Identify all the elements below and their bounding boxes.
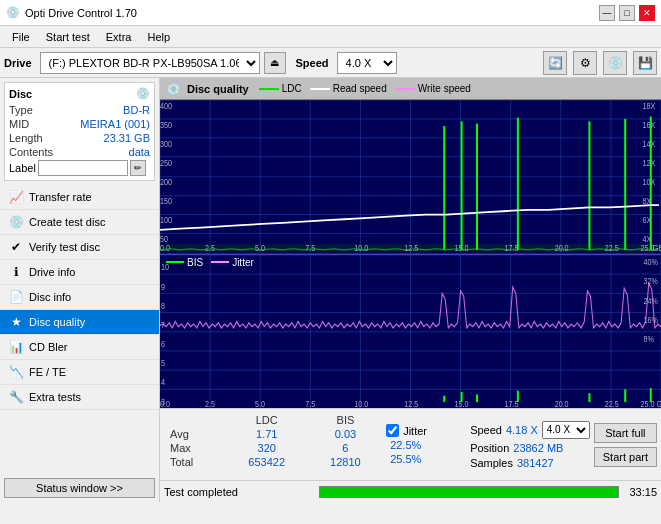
disc-panel-header: Disc 💿 [9,87,150,100]
sidebar-item-extra-tests[interactable]: 🔧 Extra tests [0,385,159,410]
bis-legend: BIS [166,257,203,268]
sidebar-item-fe-te[interactable]: 📉 FE / TE [0,360,159,385]
jitter-color [211,261,229,263]
sidebar-item-disc-quality[interactable]: ★ Disc quality [0,310,159,335]
sidebar-label-drive-info: Drive info [29,266,75,278]
svg-text:16X: 16X [643,121,656,131]
avg-ldc: 1.71 [225,427,309,441]
jitter-checkbox[interactable] [386,424,399,437]
chart-bottom: BIS Jitter [160,255,661,409]
settings-button[interactable]: ⚙ [573,51,597,75]
disc-label-input[interactable] [38,160,128,176]
jitter-section: Jitter 22.5% 25.5% [386,413,466,476]
progress-fill [320,487,618,497]
stats-header-row: LDC BIS [164,413,382,427]
mid-value: MEIRA1 (001) [80,118,150,130]
start-part-button[interactable]: Start part [594,447,657,467]
status-window-button[interactable]: Status window >> [4,478,155,498]
menu-start-test[interactable]: Start test [38,29,98,45]
maximize-button[interactable]: □ [619,5,635,21]
legend-read-speed: Read speed [310,83,387,94]
sidebar-label-transfer-rate: Transfer rate [29,191,92,203]
sidebar-label-fe-te: FE / TE [29,366,66,378]
disc-info-panel: Disc 💿 Type BD-R MID MEIRA1 (001) Length… [4,82,155,181]
length-label: Length [9,132,43,144]
svg-text:15.0: 15.0 [454,399,468,408]
svg-text:0.0: 0.0 [160,244,170,254]
sidebar-item-create-test-disc[interactable]: 💿 Create test disc [0,210,159,235]
svg-text:5: 5 [161,358,165,368]
save-button[interactable]: 💾 [633,51,657,75]
disc-panel-title: Disc [9,88,32,100]
titlebar-left: 💿 Opti Drive Control 1.70 [6,6,137,19]
legend-ldc: LDC [259,83,302,94]
disc-type-row: Type BD-R [9,104,150,116]
ldc-label: LDC [282,83,302,94]
write-speed-color [395,88,415,90]
sidebar-label-disc-info: Disc info [29,291,71,303]
speed-select[interactable]: 4.0 X [337,52,397,74]
svg-text:12.5: 12.5 [404,244,418,254]
svg-text:16%: 16% [644,315,658,325]
sidebar-item-transfer-rate[interactable]: 📈 Transfer rate [0,185,159,210]
stats-total-row: Total 653422 12810 [164,455,382,469]
fe-te-icon: 📉 [8,364,24,380]
mid-label: MID [9,118,29,130]
menu-extra[interactable]: Extra [98,29,140,45]
sidebar-items: 📈 Transfer rate 💿 Create test disc ✔ Ver… [0,185,159,410]
sidebar-item-disc-info[interactable]: 📄 Disc info [0,285,159,310]
chart-title: Disc quality [187,83,249,95]
contents-value: data [129,146,150,158]
drive-select[interactable]: (F:) PLEXTOR BD-R PX-LB950SA 1.06 [40,52,260,74]
start-full-button[interactable]: Start full [594,423,657,443]
svg-text:12X: 12X [643,159,656,169]
disc-label-label: Label [9,162,36,174]
speed-value: 4.18 X [506,424,538,436]
svg-text:20.0: 20.0 [555,244,569,254]
svg-text:400: 400 [160,102,172,112]
sidebar-item-drive-info[interactable]: ℹ Drive info [0,260,159,285]
svg-text:10X: 10X [643,178,656,188]
jitter-label-text: Jitter [403,425,427,437]
avg-bis: 0.03 [309,427,382,441]
sidebar-item-verify-test-disc[interactable]: ✔ Verify test disc [0,235,159,260]
app-icon: 💿 [6,6,20,19]
svg-text:8: 8 [161,300,165,310]
svg-text:9: 9 [161,281,165,291]
extra-tests-icon: 🔧 [8,389,24,405]
max-label: Max [164,441,225,455]
disc-length-row: Length 23.31 GB [9,132,150,144]
col-ldc: LDC [225,413,309,427]
speed-dropdown[interactable]: 4.0 X [542,421,590,439]
col-empty [164,413,225,427]
menu-help[interactable]: Help [139,29,178,45]
svg-text:40%: 40% [644,257,658,267]
drivebar: Drive (F:) PLEXTOR BD-R PX-LB950SA 1.06 … [0,48,661,78]
verify-test-disc-icon: ✔ [8,239,24,255]
svg-text:7.5: 7.5 [305,244,315,254]
samples-row: Samples 381427 [470,457,590,469]
svg-text:350: 350 [160,121,172,131]
eject-button[interactable]: ⏏ [264,52,286,74]
status-text: Test completed [164,486,313,498]
svg-text:20.0: 20.0 [555,399,569,408]
svg-text:2.5: 2.5 [205,244,215,254]
drive-info-icon: ℹ [8,264,24,280]
sidebar-label-extra-tests: Extra tests [29,391,81,403]
svg-text:2.5: 2.5 [205,399,215,408]
close-button[interactable]: ✕ [639,5,655,21]
svg-text:17.5: 17.5 [505,244,519,254]
refresh-button[interactable]: 🔄 [543,51,567,75]
max-bis: 6 [309,441,382,455]
menu-file[interactable]: File [4,29,38,45]
drive-label: Drive [4,57,32,69]
disc-quality-icon: ★ [8,314,24,330]
disc-label-edit-button[interactable]: ✏ [130,160,146,176]
sidebar-item-cd-bler[interactable]: 📊 CD Bler [0,335,159,360]
minimize-button[interactable]: — [599,5,615,21]
disc-button[interactable]: 💿 [603,51,627,75]
svg-text:300: 300 [160,140,172,150]
write-speed-label: Write speed [418,83,471,94]
chart-header: 💿 Disc quality LDC Read speed Write spee… [160,78,661,100]
disc-label-row: Label ✏ [9,160,150,176]
